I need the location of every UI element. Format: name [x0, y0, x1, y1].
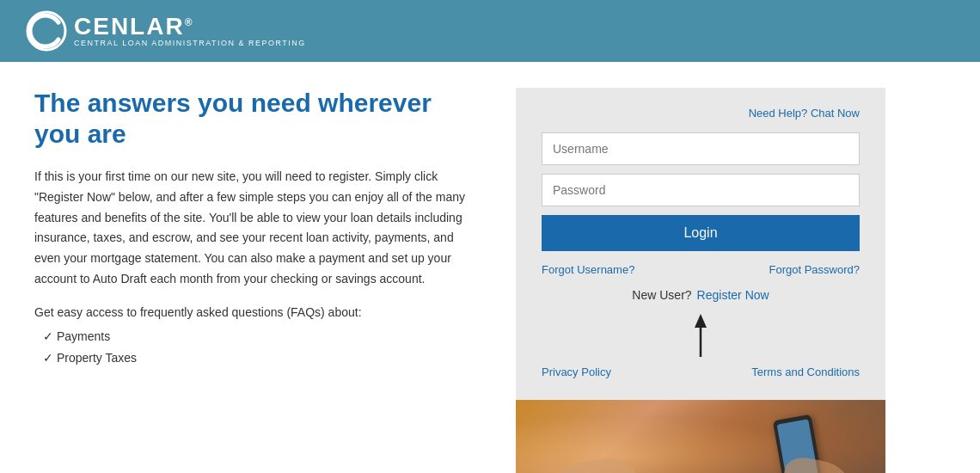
chat-now-link[interactable]: Need Help? Chat Now — [749, 107, 860, 120]
username-input[interactable] — [542, 132, 860, 165]
main-content: The answers you need wherever you are If… — [0, 62, 980, 473]
faqs-list: Payments Property Taxes — [34, 326, 481, 369]
svg-marker-2 — [695, 314, 707, 328]
terms-conditions-link[interactable]: Terms and Conditions — [751, 366, 860, 378]
header: CENLAR® CENTRAL LOAN ADMINISTRATION & RE… — [0, 0, 980, 62]
forgot-username-link[interactable]: Forgot Username? — [542, 263, 634, 276]
left-panel: The answers you need wherever you are If… — [34, 88, 481, 473]
hand-left-decoration — [546, 450, 640, 473]
photo-strip — [516, 400, 885, 473]
list-item: Payments — [43, 326, 481, 347]
description-text: If this is your first time on our new si… — [34, 167, 481, 290]
page-headline: The answers you need wherever you are — [34, 88, 481, 150]
arrow-icon — [691, 314, 710, 357]
svg-point-0 — [28, 12, 65, 50]
logo-container: CENLAR® CENTRAL LOAN ADMINISTRATION & RE… — [26, 10, 306, 52]
bottom-links: Privacy Policy Terms and Conditions — [542, 366, 860, 378]
logo-subtitle: CENTRAL LOAN ADMINISTRATION & REPORTING — [74, 39, 306, 47]
new-user-label: New User? — [632, 288, 691, 302]
faqs-intro: Get easy access to frequently asked ques… — [34, 305, 481, 319]
new-user-row: New User? Register Now — [542, 288, 860, 302]
password-input[interactable] — [542, 174, 860, 206]
forgot-password-link[interactable]: Forgot Password? — [769, 263, 861, 276]
cenlar-logo-icon — [26, 10, 67, 52]
register-now-link[interactable]: Register Now — [697, 288, 769, 302]
right-panel: Need Help? Chat Now Login Forgot Usernam… — [516, 88, 885, 473]
list-item: Property Taxes — [43, 347, 481, 369]
privacy-policy-link[interactable]: Privacy Policy — [542, 366, 611, 378]
logo-name: CENLAR® — [74, 15, 306, 39]
forgot-links: Forgot Username? Forgot Password? — [542, 263, 860, 276]
logo-text: CENLAR® CENTRAL LOAN ADMINISTRATION & RE… — [74, 15, 306, 47]
need-help: Need Help? Chat Now — [542, 105, 860, 120]
login-box: Need Help? Chat Now Login Forgot Usernam… — [516, 88, 885, 400]
login-button[interactable]: Login — [542, 215, 860, 251]
